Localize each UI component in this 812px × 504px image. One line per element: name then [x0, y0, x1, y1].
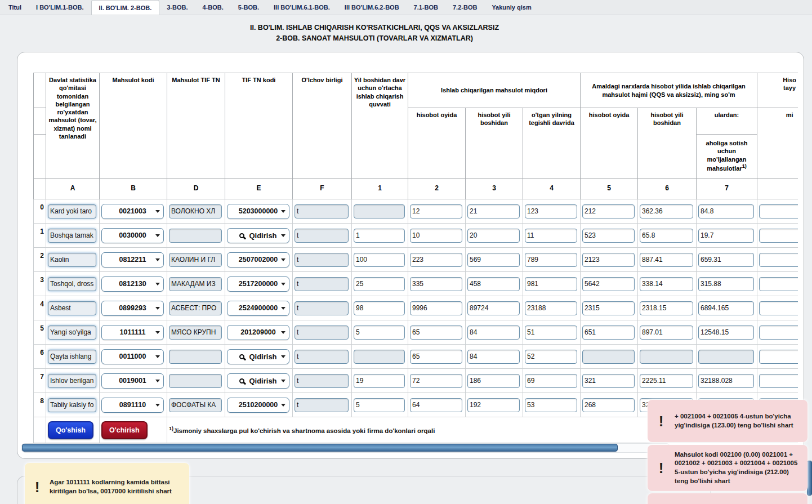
horizontal-scrollbar-thumb[interactable]: [22, 444, 618, 452]
col-8-input[interactable]: [759, 325, 798, 340]
col-4-input[interactable]: 789: [525, 253, 577, 267]
col-2-input[interactable]: 72: [410, 374, 462, 388]
tif-code-select[interactable]: 5203000000: [227, 204, 289, 219]
tif-code-search-button[interactable]: Qidirish: [227, 349, 289, 364]
tab-iii-bo-lim-6-1-bob[interactable]: III BO'LIM.6.1-BOB.: [266, 0, 337, 15]
col-1-input[interactable]: 19: [354, 374, 405, 388]
col-8-input[interactable]: [759, 253, 798, 267]
col-2-input[interactable]: 9996: [410, 301, 462, 315]
tab-yakuniy-qism[interactable]: Yakuniy qism: [484, 0, 538, 15]
col-7-input[interactable]: 84.8: [698, 204, 754, 218]
col-8-input[interactable]: [759, 204, 798, 218]
tab-i-bo-lim-1-bob[interactable]: I BO'LIM.1-BOB.: [29, 0, 91, 15]
col-8-input[interactable]: [759, 350, 798, 364]
col-2-input[interactable]: 335: [410, 277, 462, 291]
product-code-select[interactable]: 0011000: [101, 349, 164, 364]
col-4-input[interactable]: 23188: [525, 301, 577, 315]
tab-4-bob[interactable]: 4-BOB.: [195, 0, 230, 15]
col-2-input[interactable]: 223: [410, 253, 462, 267]
col-2-input[interactable]: 10: [410, 229, 462, 243]
product-name-input[interactable]: Kaolin: [48, 253, 96, 267]
col-5-input[interactable]: 651: [582, 325, 635, 340]
tif-code-select[interactable]: 201209000: [227, 325, 289, 340]
tif-code-search-button[interactable]: Qidirish: [227, 373, 289, 389]
col-6-input[interactable]: 362.36: [640, 204, 693, 218]
col-7-input[interactable]: 19.7: [698, 229, 754, 243]
product-code-select[interactable]: 0030000: [101, 228, 164, 243]
tab-7-2-bob[interactable]: 7.2-BOB: [445, 0, 484, 15]
col-3-input[interactable]: 192: [467, 398, 520, 412]
col-1-input[interactable]: 5: [354, 398, 405, 412]
tab-3-bob[interactable]: 3-BOB.: [159, 0, 195, 15]
product-name-input[interactable]: Qayta ishlang: [48, 350, 96, 364]
delete-row-button[interactable]: O'chirish: [101, 421, 148, 439]
col-4-input[interactable]: 981: [525, 277, 577, 291]
col-7-input[interactable]: 12548.15: [698, 325, 754, 340]
tab-iii-bo-lim-6-2-bob[interactable]: III BO'LIM.6.2-BOB: [337, 0, 407, 15]
tif-code-select[interactable]: 2517200000: [227, 276, 289, 292]
tab-ii-bo-lim-2-bob[interactable]: II. BO'LIM. 2-BOB.: [91, 0, 160, 15]
product-code-select[interactable]: 1011111: [101, 325, 164, 340]
col-5-input[interactable]: 523: [582, 229, 635, 243]
col-5-input[interactable]: 2315: [582, 301, 635, 315]
product-name-input[interactable]: Boshqa tamak: [48, 229, 96, 243]
product-name-input[interactable]: Tabiiy kalsiy fo: [48, 398, 96, 412]
col-1-input[interactable]: 25: [354, 277, 405, 291]
product-code-select[interactable]: 0021003: [101, 204, 164, 219]
col-3-input[interactable]: 84: [467, 350, 520, 364]
col-3-input[interactable]: 84: [467, 325, 520, 340]
col-4-input[interactable]: 69: [525, 374, 577, 388]
tab-5-bob[interactable]: 5-BOB.: [231, 0, 266, 15]
product-name-input[interactable]: Yangi so'yilga: [48, 325, 96, 340]
col-3-input[interactable]: 20: [467, 229, 520, 243]
col-3-input[interactable]: 458: [467, 277, 520, 291]
col-1-input[interactable]: 100: [354, 253, 405, 267]
tif-code-select[interactable]: 2510200000: [227, 398, 289, 413]
col-4-input[interactable]: 51: [525, 325, 577, 340]
product-code-select[interactable]: 0899293: [101, 301, 164, 316]
col-2-input[interactable]: 65: [410, 350, 462, 364]
product-name-input[interactable]: Ishlov berilgan: [48, 374, 96, 388]
horizontal-scrollbar[interactable]: [21, 443, 671, 453]
tif-code-search-button[interactable]: Qidirish: [227, 228, 289, 243]
col-8-input[interactable]: [759, 229, 798, 243]
col-3-input[interactable]: 569: [467, 253, 520, 267]
col-4-input[interactable]: 11: [525, 229, 577, 243]
col-7-input[interactable]: 659.31: [698, 253, 754, 267]
col-2-input[interactable]: 64: [410, 398, 462, 412]
product-name-input[interactable]: Toshqol, dross: [48, 277, 96, 291]
product-code-select[interactable]: 0812211: [101, 252, 164, 267]
col-6-input[interactable]: 2318.15: [640, 301, 693, 315]
product-name-input[interactable]: Asbest: [48, 301, 96, 315]
add-row-button[interactable]: Qo'shish: [48, 421, 93, 439]
col-6-input[interactable]: 887.41: [640, 253, 693, 267]
col-1-input[interactable]: 98: [354, 301, 405, 315]
col-5-input[interactable]: 212: [582, 204, 635, 218]
col-2-input[interactable]: 12: [410, 204, 462, 218]
col-8-input[interactable]: [759, 374, 798, 388]
col-1-input[interactable]: 1: [354, 229, 405, 243]
col-5-input[interactable]: 2123: [582, 253, 635, 267]
product-name-input[interactable]: Kard yoki taro: [48, 204, 96, 218]
col-6-input[interactable]: 897.01: [640, 325, 693, 340]
col-8-input[interactable]: [759, 277, 798, 291]
col-2-input[interactable]: 65: [410, 325, 462, 340]
tab-titul[interactable]: Titul: [1, 0, 29, 15]
col-4-input[interactable]: 53: [525, 398, 577, 412]
product-code-select[interactable]: 0812130: [101, 276, 164, 292]
vertical-scrollbar-thumb[interactable]: [807, 461, 812, 496]
col-1-input[interactable]: 5: [354, 325, 405, 340]
col-3-input[interactable]: 89724: [467, 301, 520, 315]
col-6-input[interactable]: 65.8: [640, 229, 693, 243]
col-5-input[interactable]: 321: [582, 374, 635, 388]
col-7-input[interactable]: 6894.165: [698, 301, 754, 315]
col-7-input[interactable]: 32188.028: [698, 374, 754, 388]
product-code-select[interactable]: 0019001: [101, 373, 164, 389]
col-6-input[interactable]: 2225.11: [640, 374, 693, 388]
product-code-select[interactable]: 0891110: [101, 398, 164, 413]
col-5-input[interactable]: 5642: [582, 277, 635, 291]
col-8-input[interactable]: [759, 301, 798, 315]
col-3-input[interactable]: 21: [467, 204, 520, 218]
col-5-input[interactable]: 268: [582, 398, 635, 412]
tif-code-select[interactable]: 2524900000: [227, 301, 289, 316]
